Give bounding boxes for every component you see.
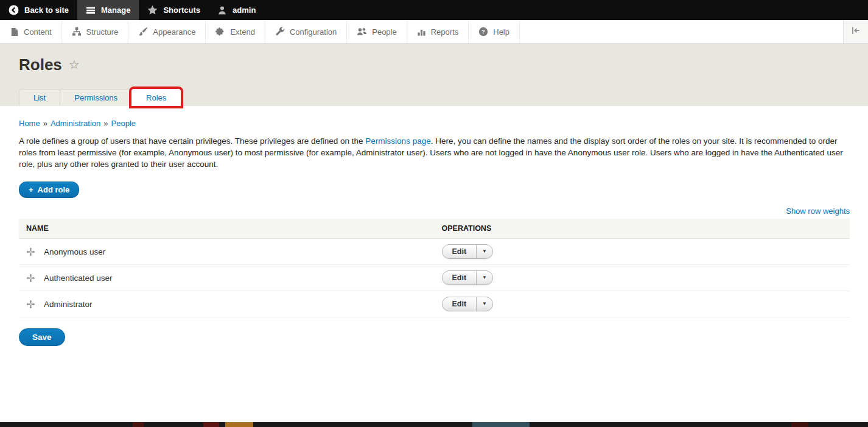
toolbar-item-label: Back to site: [24, 5, 69, 15]
column-header-name: NAME: [19, 219, 435, 239]
caret-down-icon: ▼: [482, 275, 487, 280]
taskbar-segment: [133, 422, 144, 427]
add-role-button[interactable]: + Add role: [19, 182, 79, 198]
save-button[interactable]: Save: [19, 328, 65, 346]
breadcrumb-link-people[interactable]: People: [111, 119, 136, 128]
menubar-item-extend[interactable]: Extend: [206, 20, 265, 43]
breadcrumb-link-administration[interactable]: Administration: [51, 119, 100, 128]
permissions-page-link[interactable]: Permissions page: [365, 136, 430, 146]
hamburger-icon: [86, 5, 96, 15]
menubar-item-label: Content: [24, 27, 52, 37]
help-icon: ?: [478, 27, 488, 37]
breadcrumb: Home»Administration»People: [19, 119, 850, 128]
menubar-item-people[interactable]: People: [347, 20, 407, 43]
role-name: Administrator: [44, 300, 93, 309]
toolbar-item-manage[interactable]: Manage: [77, 0, 139, 20]
page-title: Roles: [19, 57, 62, 72]
menubar-item-configuration[interactable]: Configuration: [265, 20, 347, 43]
caret-down-icon: ▼: [482, 302, 487, 306]
operations-dropbutton: Edit ▼: [442, 270, 494, 285]
tab-list[interactable]: List: [19, 89, 60, 106]
edit-dropdown-toggle[interactable]: ▼: [476, 297, 492, 311]
page-header: Roles ☆ List Permissions Roles: [0, 44, 868, 106]
toolbar-item-label: admin: [233, 5, 256, 15]
breadcrumb-link-home[interactable]: Home: [19, 119, 40, 128]
user-icon: [217, 5, 227, 15]
menubar-item-label: Reports: [431, 27, 459, 37]
menubar-spacer: [520, 20, 843, 43]
svg-text:?: ?: [481, 28, 485, 35]
column-header-operations: OPERATIONS: [435, 219, 850, 239]
add-role-label: Add role: [38, 185, 70, 194]
plus-icon: +: [29, 185, 33, 194]
menubar-item-structure[interactable]: Structure: [62, 20, 129, 43]
menubar-item-reports[interactable]: Reports: [407, 20, 469, 43]
taskbar-segment: [791, 422, 808, 427]
operations-dropbutton: Edit ▼: [442, 244, 494, 259]
table-row: Anonymous user Edit ▼: [19, 239, 850, 265]
breadcrumb-separator: »: [43, 119, 47, 128]
menubar-item-label: Help: [493, 27, 509, 37]
admin-menubar: Content Structure Appearance Extend Conf…: [0, 20, 868, 44]
table-header-row: NAME OPERATIONS: [19, 219, 850, 239]
menubar-item-label: Appearance: [153, 27, 195, 37]
operations-dropbutton: Edit ▼: [442, 297, 494, 311]
tab-permissions[interactable]: Permissions: [60, 89, 132, 106]
toolbar-item-label: Manage: [101, 5, 130, 15]
caret-down-icon: ▼: [482, 249, 487, 254]
structure-icon: [72, 27, 82, 37]
menubar-item-label: People: [372, 27, 396, 37]
tab-roles[interactable]: Roles: [131, 89, 181, 106]
taskbar-segment: [472, 422, 530, 427]
primary-tabs: List Permissions Roles: [19, 89, 868, 106]
main-content: Home»Administration»People A role define…: [0, 106, 868, 422]
drupal-admin-screen: Back to site Manage Shortcuts admin Cont…: [0, 0, 868, 427]
favorite-star-icon[interactable]: ☆: [69, 58, 80, 71]
drag-handle-icon[interactable]: [26, 273, 35, 283]
taskbar-strip: [0, 422, 868, 427]
back-icon: [9, 5, 19, 15]
reports-icon: [417, 27, 426, 37]
table-row: Administrator Edit ▼: [19, 291, 850, 317]
drag-handle-icon[interactable]: [26, 247, 35, 256]
description-text: A role defines a group of users that hav…: [19, 136, 365, 146]
extend-icon: [215, 27, 225, 37]
save-label: Save: [32, 333, 52, 342]
table-row: Authenticated user Edit ▼: [19, 265, 850, 291]
admin-toolbar: Back to site Manage Shortcuts admin: [0, 0, 868, 20]
role-name: Anonymous user: [44, 247, 105, 256]
menubar-item-label: Extend: [230, 27, 254, 37]
row-weights-toggle-row: Show row weights: [19, 206, 850, 216]
taskbar-segment: [225, 422, 253, 427]
menubar-item-help[interactable]: ? Help: [469, 20, 520, 43]
content-icon: [10, 27, 19, 37]
edit-dropdown-toggle[interactable]: ▼: [476, 245, 492, 258]
toolbar-collapse-button[interactable]: [843, 20, 868, 43]
toolbar-item-shortcuts[interactable]: Shortcuts: [139, 0, 209, 20]
menubar-item-content[interactable]: Content: [0, 20, 62, 43]
menubar-item-appearance[interactable]: Appearance: [128, 20, 206, 43]
taskbar-segment: [203, 422, 219, 427]
menubar-item-label: Configuration: [290, 27, 337, 37]
edit-button[interactable]: Edit: [443, 245, 477, 258]
toolbar-item-label: Shortcuts: [163, 5, 200, 15]
role-name: Authenticated user: [44, 273, 113, 283]
edit-button[interactable]: Edit: [443, 297, 477, 311]
star-icon: [147, 5, 158, 15]
edit-button[interactable]: Edit: [443, 271, 477, 284]
edit-dropdown-toggle[interactable]: ▼: [476, 271, 492, 284]
page-description: A role defines a group of users that hav…: [19, 135, 850, 170]
toolbar-item-back-to-site[interactable]: Back to site: [0, 0, 77, 20]
configuration-icon: [275, 27, 285, 37]
menubar-item-label: Structure: [86, 27, 119, 37]
breadcrumb-separator: »: [103, 119, 108, 128]
roles-table: NAME OPERATIONS Anonymous user Edit: [19, 219, 850, 317]
people-icon: [357, 27, 367, 37]
appearance-icon: [138, 27, 148, 37]
collapse-icon: [850, 25, 861, 38]
show-row-weights-link[interactable]: Show row weights: [786, 206, 850, 216]
drag-handle-icon[interactable]: [26, 300, 35, 309]
toolbar-item-admin-user[interactable]: admin: [209, 0, 264, 20]
